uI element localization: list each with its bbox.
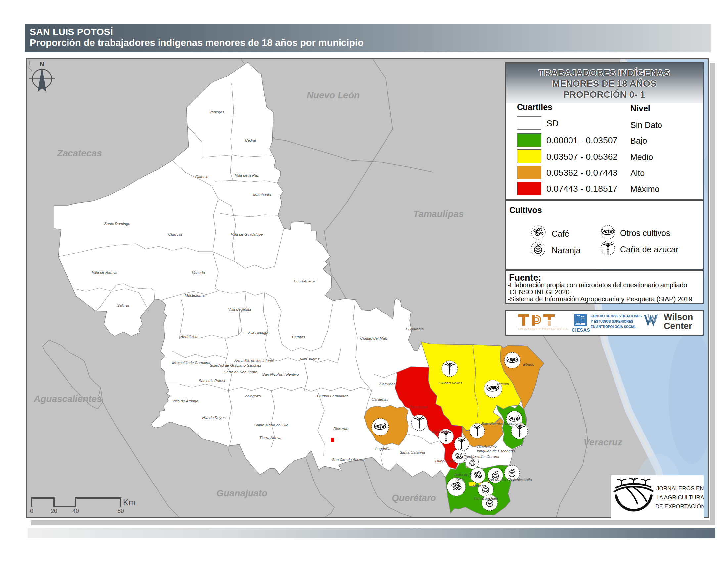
svg-text:Km: Km	[123, 498, 136, 507]
svg-text:Mexquitic de Carmona: Mexquitic de Carmona	[172, 361, 210, 365]
svg-text:San Antonio: San Antonio	[476, 445, 497, 448]
svg-text:Armadillo de los Infante: Armadillo de los Infante	[234, 359, 274, 363]
svg-text:Tamaulipas: Tamaulipas	[413, 209, 464, 219]
svg-text:San Nicolás Tolentino: San Nicolás Tolentino	[262, 372, 299, 376]
svg-text:Ciudad Fernández: Ciudad Fernández	[317, 394, 348, 398]
svg-text:Villa de Ramos: Villa de Ramos	[92, 270, 117, 274]
svg-text:Villa de Guadalupe: Villa de Guadalupe	[231, 232, 263, 236]
svg-text:CIESAS: CIESAS	[572, 327, 590, 333]
svg-text:Nuevo León: Nuevo León	[307, 90, 360, 100]
svg-text:Guadalcázar: Guadalcázar	[294, 279, 315, 283]
svg-text:San Martín Chalchicuautla: San Martín Chalchicuautla	[487, 478, 532, 482]
svg-text:0: 0	[30, 508, 33, 514]
svg-text:Venado: Venado	[192, 270, 205, 274]
svg-text:Moctezuma: Moctezuma	[185, 294, 204, 298]
svg-text:Tamasopo: Tamasopo	[410, 405, 428, 409]
svg-text:Villa de Arista: Villa de Arista	[228, 307, 251, 311]
svg-text:Huehuetlán: Huehuetlán	[435, 459, 455, 463]
svg-text:Wilson: Wilson	[664, 312, 693, 322]
svg-text:Tamuín: Tamuín	[496, 382, 509, 386]
svg-text:San Luis Potosi: San Luis Potosi	[199, 379, 225, 383]
svg-text:Charcas: Charcas	[168, 232, 183, 236]
svg-text:Zacatecas: Zacatecas	[57, 148, 102, 158]
svg-text:Villa Juárez: Villa Juárez	[300, 357, 319, 361]
svg-text:DE EXPORTACIÓN: DE EXPORTACIÓN	[655, 503, 704, 510]
svg-text:Querétaro: Querétaro	[392, 493, 436, 503]
svg-text:Matlapa: Matlapa	[473, 484, 486, 488]
svg-text:40: 40	[72, 508, 79, 514]
svg-text:Center: Center	[664, 321, 692, 331]
svg-text:San Vicente Tancuayalab: San Vicente Tancuayalab	[481, 422, 524, 426]
svg-text:San Ciro de Acosta: San Ciro de Acosta	[332, 458, 365, 462]
svg-text:Cerro de San Pedro: Cerro de San Pedro	[224, 370, 258, 374]
svg-text:Villa de Reyes: Villa de Reyes	[201, 416, 226, 420]
svg-text:EVALUACION Y PROYECTOS S.C.: EVALUACION Y PROYECTOS S.C.	[518, 328, 569, 330]
svg-text:Ébano: Ébano	[523, 362, 534, 366]
svg-text:CENTRO DE INVESTIGACIONES: CENTRO DE INVESTIGACIONES	[591, 314, 642, 318]
svg-text:Cedral: Cedral	[245, 138, 256, 142]
svg-text:Alaquines: Alaquines	[379, 382, 396, 386]
svg-text:Veracruz: Veracruz	[583, 437, 622, 447]
svg-text:Tamazunchale: Tamazunchale	[474, 496, 498, 500]
svg-text:Tampamolón Corona: Tampamolón Corona	[464, 455, 499, 459]
svg-text:Lagunillas: Lagunillas	[375, 447, 392, 451]
svg-text:Salinas: Salinas	[117, 304, 130, 307]
svg-text:JORNALEROS EN: JORNALEROS EN	[656, 486, 704, 492]
svg-text:Ahualulco: Ahualulco	[180, 335, 198, 339]
svg-text:80: 80	[117, 508, 124, 514]
svg-text:Aguascalientes: Aguascalientes	[33, 394, 102, 404]
svg-text:El Naranjo: El Naranjo	[406, 327, 424, 331]
svg-text:Ciudad del Maíz: Ciudad del Maíz	[360, 337, 387, 341]
svg-text:Xilitla: Xilitla	[455, 478, 464, 482]
svg-text:Cerritos: Cerritos	[292, 335, 305, 339]
svg-text:Rioverde: Rioverde	[333, 427, 348, 431]
svg-text:Santa Catarina: Santa Catarina	[400, 450, 425, 454]
svg-text:Guanajuato: Guanajuato	[216, 488, 267, 498]
svg-text:Villa de la Paz: Villa de la Paz	[235, 173, 259, 177]
svg-text:Santo Domingo: Santo Domingo	[104, 221, 130, 225]
svg-text:Matehuala: Matehuala	[253, 193, 271, 197]
svg-text:Cárdenas: Cárdenas	[372, 398, 388, 401]
svg-text:Tierra Nueva: Tierra Nueva	[259, 436, 281, 440]
svg-text:Ciudad Valles: Ciudad Valles	[439, 381, 462, 385]
svg-text:Villa Hidalgo: Villa Hidalgo	[247, 331, 268, 335]
svg-text:20: 20	[51, 508, 57, 514]
svg-text:Y ESTUDIOS SUPERIORES: Y ESTUDIOS SUPERIORES	[591, 320, 633, 323]
svg-text:Tanquián de Escobedo: Tanquián de Escobedo	[476, 449, 515, 453]
svg-text:Santa María del Río: Santa María del Río	[254, 423, 289, 427]
svg-text:Axtla de T.: Axtla de T.	[454, 473, 472, 477]
svg-text:Soledad de Graciano Sánchez: Soledad de Graciano Sánchez	[210, 363, 261, 367]
svg-text:EN ANTROPOLOGÍA SOCIAL: EN ANTROPOLOGÍA SOCIAL	[591, 325, 636, 329]
svg-text:Villa de Arriaga: Villa de Arriaga	[172, 399, 198, 403]
svg-text:Aquismón: Aquismón	[432, 430, 449, 434]
svg-text:Catorce: Catorce	[195, 174, 208, 178]
svg-text:Zaragoza: Zaragoza	[245, 394, 261, 398]
svg-text:Vanegas: Vanegas	[209, 110, 224, 114]
svg-text:LA AGRICULTURA: LA AGRICULTURA	[656, 494, 704, 501]
svg-text:N: N	[40, 61, 44, 68]
